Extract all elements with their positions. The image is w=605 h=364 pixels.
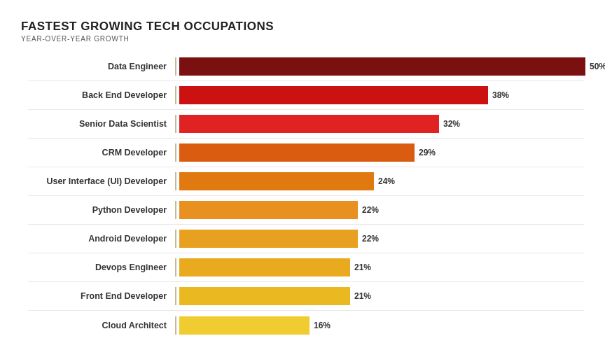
bar-fill	[179, 144, 415, 162]
bar-label: Data Engineer	[28, 62, 175, 71]
bar-track: 29%	[175, 144, 584, 162]
bar-fill	[179, 258, 350, 276]
chart-title: FASTEST GROWING TECH OCCUPATIONS	[21, 20, 584, 34]
bar-label: Python Developer	[28, 205, 175, 215]
bar-track: 22%	[175, 230, 584, 248]
bar-label: Cloud Architect	[28, 321, 175, 330]
bar-fill	[179, 287, 350, 305]
bar-fill	[179, 316, 310, 335]
bar-fill	[179, 115, 439, 133]
bar-row: Python Developer22%	[28, 196, 584, 225]
bar-value-label: 24%	[378, 176, 395, 186]
bar-value-label: 21%	[354, 262, 371, 272]
bar-value-label: 16%	[314, 321, 331, 330]
bar-label: Devops Engineer	[28, 262, 175, 272]
bar-label: Front End Developer	[28, 291, 175, 301]
bar-track: 24%	[175, 172, 584, 190]
bar-value-label: 32%	[443, 119, 460, 129]
bar-row: Android Developer22%	[28, 225, 584, 253]
bar-label: Android Developer	[28, 234, 175, 244]
bar-row: User Interface (UI) Developer24%	[28, 167, 584, 196]
page-container: FASTEST GROWING TECH OCCUPATIONS YEAR-OV…	[0, 0, 605, 364]
bar-label: User Interface (UI) Developer	[28, 176, 175, 186]
bar-track: 50%	[175, 57, 605, 76]
bar-track: 21%	[175, 287, 584, 305]
bar-track: 22%	[175, 201, 584, 219]
bar-label: Back End Developer	[28, 90, 175, 100]
chart-subtitle: YEAR-OVER-YEAR GROWTH	[21, 35, 584, 43]
bar-value-label: 29%	[419, 148, 436, 158]
bar-label: CRM Developer	[28, 148, 175, 158]
bar-row: Senior Data Scientist32%	[28, 110, 584, 139]
bar-track: 38%	[175, 86, 584, 104]
bar-value-label: 21%	[354, 291, 371, 301]
bar-label: Senior Data Scientist	[28, 119, 175, 129]
bar-fill	[179, 201, 358, 219]
bar-row: Devops Engineer21%	[28, 253, 584, 282]
bar-value-label: 38%	[492, 90, 509, 100]
bar-track: 32%	[175, 115, 584, 133]
bar-fill	[179, 230, 358, 248]
bar-row: Cloud Architect16%	[28, 311, 584, 340]
bar-row: Back End Developer38%	[28, 81, 584, 110]
bar-fill	[179, 57, 585, 76]
bar-value-label: 22%	[362, 205, 379, 215]
bar-track: 16%	[175, 316, 584, 335]
bar-row: Data Engineer50%	[28, 52, 584, 81]
chart-area: Data Engineer50%Back End Developer38%Sen…	[21, 52, 584, 340]
bar-value-label: 22%	[362, 234, 379, 244]
bar-track: 21%	[175, 258, 584, 276]
bar-fill	[179, 86, 488, 104]
bar-value-label: 50%	[590, 62, 605, 71]
bar-fill	[179, 172, 374, 190]
bar-row: CRM Developer29%	[28, 139, 584, 167]
bar-row: Front End Developer21%	[28, 282, 584, 311]
